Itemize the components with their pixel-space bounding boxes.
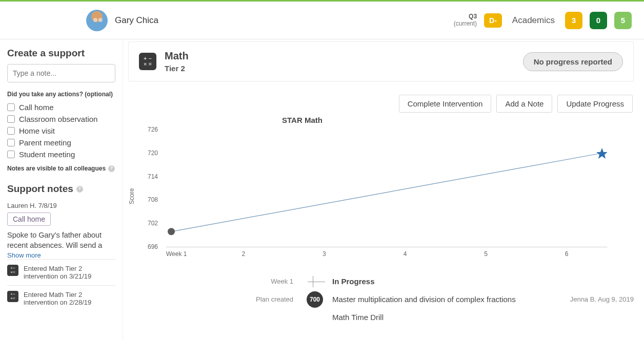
quarter-indicator: Q3 (current) [454,13,477,28]
note-text: Spoke to Gary's father about recent abse… [7,230,115,250]
chart-title: STAR Math [282,116,634,124]
action-bar: Complete Intervention Add a Note Update … [128,84,634,116]
timeline-week-label: Week 1 [128,278,323,285]
note-meta: Lauren H. 7/8/19 [7,202,115,209]
update-progress-button[interactable]: Update Progress [557,95,633,113]
support-notes-title: Support notes [7,183,115,195]
complete-intervention-button[interactable]: Complete Intervention [399,95,492,113]
support-sidebar: Create a support Did you take any action… [0,39,123,339]
plan-author: Jenna B. Aug 9, 2019 [570,295,634,303]
section-label: Academics [512,15,555,26]
show-more-link[interactable]: Show more [7,251,115,259]
student-header: Gary Chica Q3 (current) D- Academics 3 0… [0,2,644,39]
student-avatar[interactable] [86,10,108,31]
count-pill-yellow[interactable]: 3 [565,12,582,29]
tick-icon [308,278,318,286]
action-option[interactable]: Parent meeting [7,138,115,147]
subject-name: Math [165,50,189,62]
action-option[interactable]: Student meeting [7,150,115,159]
checkbox-icon[interactable] [7,139,15,146]
timeline-status: In Progress [332,277,375,286]
note-input[interactable] [7,64,115,82]
add-note-button[interactable]: Add a Note [496,95,552,113]
main-panel: + −× = Math Tier 2 No progress reported … [123,39,644,339]
action-option[interactable]: Classroom observation [7,115,115,123]
target-line [171,153,602,231]
checkbox-icon[interactable] [7,103,15,111]
action-option[interactable]: Call home [7,103,115,112]
checkbox-icon[interactable] [7,115,15,123]
star-icon [596,148,607,159]
create-support-title: Create a support [7,48,115,59]
plan-activity: Math Time Drill [332,313,634,322]
line-chart: 726 720 714 708 702 696 [166,130,607,247]
data-point-icon [168,228,175,235]
math-icon: + −× = [139,53,156,70]
math-icon: +−×= [7,291,18,302]
y-axis-label: Score [128,188,135,204]
action-option[interactable]: Home visit [7,126,115,135]
subject-tier: Tier 2 [165,64,189,73]
log-entry: +−×= Entered Math Tier 2 intervention on… [7,259,115,285]
math-icon: +−×= [7,265,18,276]
support-note: Lauren H. 7/8/19 Call home Spoke to Gary… [7,202,115,259]
chart-svg [166,130,607,247]
actions-question: Did you take any actions? (optional) [7,91,115,98]
note-tag[interactable]: Call home [7,212,51,226]
plan-timeline: Week 1 In Progress Plan created 700 Mast… [128,277,634,322]
progress-status-pill[interactable]: No progress reported [523,52,623,71]
score-badge: 700 [307,291,323,308]
checkbox-icon[interactable] [7,151,15,158]
log-entry: +−×= Entered Math Tier 2 intervention on… [7,285,115,311]
info-icon[interactable] [108,165,115,172]
notes-visibility: Notes are visible to all colleagues [7,165,115,172]
grade-pill[interactable]: D- [484,13,502,28]
checkbox-icon[interactable] [7,127,15,135]
count-pill-light[interactable]: 5 [614,12,632,29]
x-axis: Week 1 2 3 4 5 6 [166,250,607,258]
timeline-plan-created: Plan created 700 [128,295,323,303]
plan-title: Master multiplication and division of co… [332,295,516,304]
chart-area: Score 726 720 714 708 702 696 Week 1 2 [128,127,634,258]
subject-card: + −× = Math Tier 2 No progress reported [128,41,634,81]
student-name: Gary Chica [115,15,158,26]
count-pill-dark[interactable]: 0 [590,12,607,29]
info-icon[interactable] [76,186,83,193]
